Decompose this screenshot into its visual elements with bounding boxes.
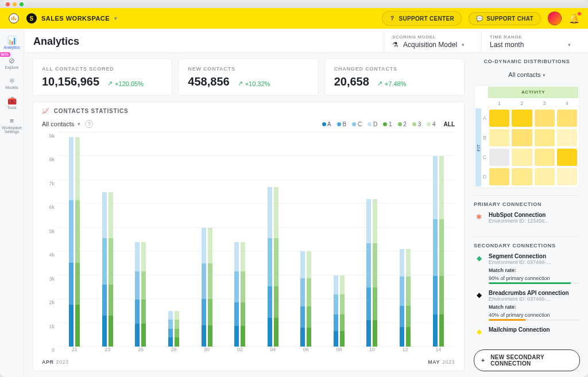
metric-card-2: CHANGED CONTACTS 20,658 ↗+7.48% [324,59,465,96]
trend-up-icon: ↗ [107,80,113,87]
support-chat-button[interactable]: 💬 SUPPORT CHAT [469,12,541,25]
connection-icon: ◆ [474,253,484,263]
nav-workspace-settings[interactable]: ≡ Workspace Settings [1,114,24,135]
heatmap: ACTIVITY 1234 FIT ABCD [474,85,580,188]
help-icon: ？ [389,14,395,22]
primary-connection[interactable]: ✱ HubSpot Connection Environment ID: 123… [474,212,580,224]
legend-item-3[interactable]: 3 [412,121,421,127]
analytics-icon: 📊 [7,35,17,45]
secondary-connection-0[interactable]: ◆ Segment Connection Environment ID: 037… [474,253,580,284]
flask-icon: ⚗ [392,41,399,49]
nav-models[interactable]: ⚛ Models [1,73,24,91]
bar-group-14[interactable] [421,133,455,347]
heatmap-cell[interactable] [512,129,532,146]
trend-up-icon: ↗ [238,80,243,87]
primary-connection-block: PRIMARY CONNECTION ✱ HubSpot Connection … [474,195,580,230]
heatmap-cell[interactable] [535,149,555,166]
secondary-connection-2[interactable]: ◆ Mailchimp Connection [474,327,580,337]
bar-group-30[interactable] [190,133,223,347]
heatmap-cell[interactable] [535,110,555,127]
metric-card-1: NEW CONTACTS 458,856 ↗+10.32% [178,59,318,96]
heatmap-cell[interactable] [557,110,577,127]
metric-card-0: ALL CONTACTS SCORED 10,156,965 ↗+120.05% [32,59,172,96]
heatmap-cell[interactable] [557,129,577,146]
bar-group-26[interactable] [124,133,157,347]
bar-group-04[interactable] [256,133,289,347]
bell-icon: 🔔 [568,14,580,24]
chart-line-icon: 📈 [42,108,49,114]
nav-analytics[interactable]: 📊 Analytics [1,33,24,51]
user-avatar[interactable] [548,11,562,25]
heatmap-cell[interactable] [489,149,509,166]
bar-group-12[interactable] [389,133,422,347]
chart-title: CONTACTS STATISTICS [54,108,129,114]
secondary-connections-title: SECONDARY CONNECTIONS [474,243,580,248]
bar-group-06[interactable] [289,133,323,347]
plus-icon: ＋ [480,356,486,364]
heatmap-cell[interactable] [512,110,532,127]
chevron-down-icon: ▾ [568,42,571,48]
hubspot-icon: ✱ [474,212,484,222]
legend-item-2[interactable]: 2 [398,121,407,127]
heatmap-cell[interactable] [557,168,577,185]
settings-icon: ≡ [7,115,17,126]
scoring-model-selector[interactable]: SCORING MODEL ⚗Acquisition Model▾ [384,32,481,52]
trend-up-icon: ↗ [377,80,382,87]
legend-all[interactable]: ALL [444,121,455,127]
chart-filter-dropdown[interactable]: All contacts ▾ [42,121,80,127]
workspace-selector[interactable]: S SALES WORKSPACE ▾ [26,13,118,24]
connection-icon: ◆ [474,290,484,300]
distributions-title: CO-DYNAMIC DISTRIBUTIONS [474,59,580,64]
nav-explore[interactable]: BETA ⊘ Explore [1,53,24,71]
heatmap-cell[interactable] [512,168,532,185]
toolbox-icon: 🧰 [7,95,17,106]
heatmap-cell[interactable] [535,168,555,185]
bar-group-02[interactable] [223,133,257,347]
page-title: Analytics [33,36,79,52]
notifications-button[interactable]: 🔔 [568,13,580,24]
heatmap-cell[interactable] [535,129,555,146]
heatmap-cell[interactable] [512,149,532,166]
bar-group-21[interactable] [58,133,91,347]
bar-group-28[interactable] [157,133,191,347]
subheader: Analytics SCORING MODEL ⚗Acquisition Mod… [24,29,588,53]
heatmap-cell[interactable] [557,149,577,166]
nav-tools[interactable]: 🧰 Tools [1,94,24,111]
chevron-down-icon: ▾ [114,15,118,21]
left-nav: 📊 Analytics BETA ⊘ Explore ⚛ Models 🧰 To… [0,29,24,377]
chevron-down-icon: ▾ [543,72,546,78]
chevron-down-icon: ▾ [462,42,465,48]
legend-item-A[interactable]: A [322,121,331,127]
topbar: S SALES WORKSPACE ▾ ？ SUPPORT CENTER 💬 S… [0,8,588,29]
legend-item-B[interactable]: B [337,121,346,127]
heatmap-cell[interactable] [489,110,509,127]
heatmap-cell[interactable] [489,129,509,146]
time-range-selector[interactable]: TIME RANGE Last month▾ [481,32,579,52]
legend-item-D[interactable]: D [368,121,377,127]
chevron-down-icon: ▾ [78,121,80,127]
legend-item-1[interactable]: 1 [383,121,392,127]
legend-item-C[interactable]: C [352,121,362,127]
help-icon[interactable]: ? [85,120,93,128]
secondary-connection-1[interactable]: ◆ Breadcrumbs API connection Environment… [474,290,580,321]
bar-group-23[interactable] [91,133,125,347]
breadcrumbs-logo-icon [8,13,20,24]
legend-item-4[interactable]: 4 [427,121,435,127]
bar-group-08[interactable] [323,133,356,347]
new-secondary-connection-button[interactable]: ＋ NEW SECONDARY CONNECTION [474,349,580,371]
heatmap-cell[interactable] [489,168,509,185]
support-center-button[interactable]: ？ SUPPORT CENTER [382,11,462,26]
connection-icon: ◆ [474,327,484,337]
contacts-statistics-panel: 📈 CONTACTS STATISTICS All contacts ▾ ? A… [32,102,465,371]
chart-legend: A B C D 1 2 3 4ALL [322,121,455,127]
models-icon: ⚛ [7,75,17,85]
bar-group-10[interactable] [355,133,389,347]
distributions-filter-dropdown[interactable]: All contacts ▾ [474,71,580,78]
chat-icon: 💬 [476,15,483,22]
